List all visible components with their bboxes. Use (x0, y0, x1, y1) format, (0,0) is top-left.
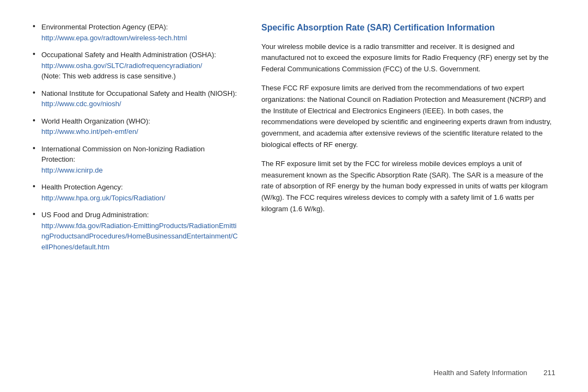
bullet-link[interactable]: http://www.epa.gov/radtown/wireless-tech… (41, 33, 240, 44)
list-item: US Food and Drug Administration: http://… (33, 210, 240, 252)
bullet-label: World Health Organization (WHO): (41, 116, 240, 127)
bullet-list: Environmental Protection Agency (EPA): h… (33, 22, 240, 252)
list-item: Environmental Protection Agency (EPA): h… (33, 22, 240, 43)
list-item: National Institute for Occupational Safe… (33, 88, 240, 109)
page-footer: Health and Safety Information 211 (433, 369, 555, 377)
list-item: International Commission on Non-Ionizing… (33, 144, 240, 176)
bullet-link[interactable]: http://www.who.int/peh-emf/en/ (41, 126, 240, 137)
footer-page-number: 211 (543, 369, 555, 377)
list-item: Occupational Safety and Health Administr… (33, 50, 240, 82)
right-column: Specific Absorption Rate (SAR) Certifica… (261, 22, 555, 370)
section-title: Specific Absorption Rate (SAR) Certifica… (261, 22, 555, 34)
paragraph-2: These FCC RF exposure limits are derived… (261, 83, 555, 151)
bullet-label: Occupational Safety and Health Administr… (41, 50, 240, 60)
bullet-label: Environmental Protection Agency (EPA): (41, 22, 240, 33)
list-item: Health Protection Agency: http://www.hpa… (33, 182, 240, 203)
paragraph-3: The RF exposure limit set by the FCC for… (261, 158, 555, 215)
bullet-link[interactable]: http://www.cdc.gov/niosh/ (41, 99, 240, 109)
bullet-link[interactable]: http://www.fda.gov/Radiation-EmittingPro… (41, 220, 240, 253)
bullet-label: Health Protection Agency: (41, 182, 240, 193)
bullet-label: US Food and Drug Administration: (41, 210, 240, 220)
list-item: World Health Organization (WHO): http://… (33, 116, 240, 137)
bullet-note: (Note: This web address is case sensitiv… (41, 71, 240, 82)
bullet-link[interactable]: http://www.hpa.org.uk/Topics/Radiation/ (41, 193, 240, 204)
bullet-link[interactable]: http://www.icnirp.de (41, 165, 240, 176)
footer-label: Health and Safety Information (433, 369, 527, 377)
bullet-label: National Institute for Occupational Safe… (41, 88, 240, 99)
bullet-link[interactable]: http://www.osha.gov/SLTC/radiofrequencyr… (41, 60, 240, 71)
paragraph-1: Your wireless mobile device is a radio t… (261, 41, 555, 75)
bullet-label: International Commission on Non-Ionizing… (41, 144, 240, 165)
left-column: Environmental Protection Agency (EPA): h… (33, 22, 240, 370)
